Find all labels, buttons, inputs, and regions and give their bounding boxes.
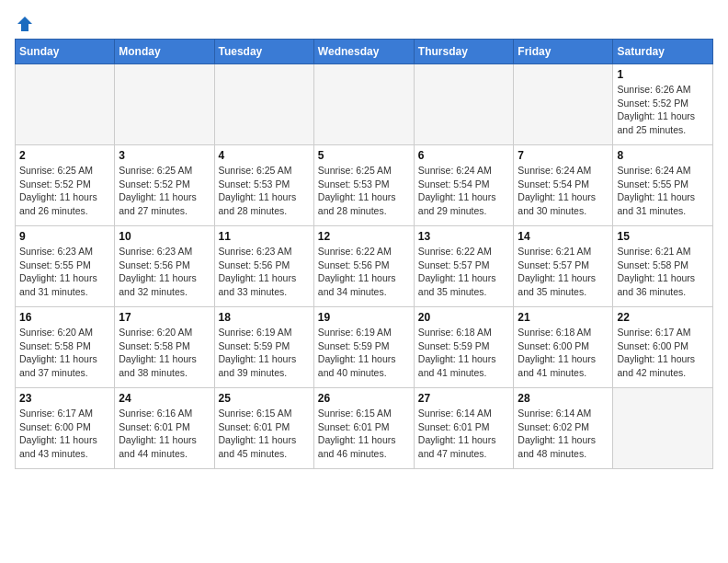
day-number: 3 <box>119 149 210 162</box>
day-number: 26 <box>318 392 410 405</box>
day-number: 6 <box>418 149 510 162</box>
calendar-week-row: 23Sunrise: 6:17 AM Sunset: 6:00 PM Dayli… <box>16 388 713 469</box>
day-number: 8 <box>617 149 709 162</box>
day-info: Sunrise: 6:25 AM Sunset: 5:53 PM Dayligh… <box>219 164 310 218</box>
day-number: 4 <box>219 149 310 162</box>
logo-icon <box>16 15 34 33</box>
day-info: Sunrise: 6:19 AM Sunset: 5:59 PM Dayligh… <box>318 326 410 380</box>
day-number: 18 <box>219 311 310 324</box>
day-info: Sunrise: 6:24 AM Sunset: 5:54 PM Dayligh… <box>418 164 510 218</box>
calendar-cell <box>313 64 414 145</box>
calendar-cell: 6Sunrise: 6:24 AM Sunset: 5:54 PM Daylig… <box>414 145 514 226</box>
day-of-week-header: Wednesday <box>313 40 414 64</box>
calendar-cell: 7Sunrise: 6:24 AM Sunset: 5:54 PM Daylig… <box>514 145 613 226</box>
calendar-cell: 19Sunrise: 6:19 AM Sunset: 5:59 PM Dayli… <box>313 307 414 388</box>
day-number: 5 <box>318 149 410 162</box>
day-of-week-header: Friday <box>514 40 613 64</box>
calendar-cell <box>414 64 514 145</box>
calendar-cell: 27Sunrise: 6:14 AM Sunset: 6:01 PM Dayli… <box>414 388 514 469</box>
day-info: Sunrise: 6:22 AM Sunset: 5:56 PM Dayligh… <box>318 245 410 299</box>
calendar-week-row: 9Sunrise: 6:23 AM Sunset: 5:55 PM Daylig… <box>16 226 713 307</box>
day-number: 16 <box>19 311 110 324</box>
day-number: 22 <box>617 311 709 324</box>
day-number: 1 <box>617 68 709 81</box>
day-info: Sunrise: 6:18 AM Sunset: 5:59 PM Dayligh… <box>418 326 510 380</box>
day-number: 13 <box>418 230 510 243</box>
calendar-cell: 28Sunrise: 6:14 AM Sunset: 6:02 PM Dayli… <box>514 388 613 469</box>
day-info: Sunrise: 6:16 AM Sunset: 6:01 PM Dayligh… <box>119 407 210 461</box>
day-number: 11 <box>219 230 310 243</box>
day-info: Sunrise: 6:25 AM Sunset: 5:52 PM Dayligh… <box>19 164 110 218</box>
calendar-cell: 3Sunrise: 6:25 AM Sunset: 5:52 PM Daylig… <box>115 145 214 226</box>
day-number: 2 <box>19 149 110 162</box>
day-info: Sunrise: 6:23 AM Sunset: 5:56 PM Dayligh… <box>219 245 310 299</box>
calendar-cell: 17Sunrise: 6:20 AM Sunset: 5:58 PM Dayli… <box>115 307 214 388</box>
day-info: Sunrise: 6:26 AM Sunset: 5:52 PM Dayligh… <box>617 83 709 137</box>
calendar-cell: 1Sunrise: 6:26 AM Sunset: 5:52 PM Daylig… <box>613 64 713 145</box>
day-info: Sunrise: 6:20 AM Sunset: 5:58 PM Dayligh… <box>119 326 210 380</box>
day-info: Sunrise: 6:22 AM Sunset: 5:57 PM Dayligh… <box>418 245 510 299</box>
calendar-table: SundayMondayTuesdayWednesdayThursdayFrid… <box>15 39 713 469</box>
day-number: 17 <box>119 311 210 324</box>
day-number: 27 <box>418 392 510 405</box>
calendar-week-row: 16Sunrise: 6:20 AM Sunset: 5:58 PM Dayli… <box>16 307 713 388</box>
calendar-cell: 13Sunrise: 6:22 AM Sunset: 5:57 PM Dayli… <box>414 226 514 307</box>
logo <box>15 15 35 31</box>
day-info: Sunrise: 6:23 AM Sunset: 5:56 PM Dayligh… <box>119 245 210 299</box>
day-number: 25 <box>219 392 310 405</box>
day-info: Sunrise: 6:23 AM Sunset: 5:55 PM Dayligh… <box>19 245 110 299</box>
svg-marker-0 <box>17 17 32 31</box>
calendar-cell: 22Sunrise: 6:17 AM Sunset: 6:00 PM Dayli… <box>613 307 713 388</box>
day-info: Sunrise: 6:25 AM Sunset: 5:52 PM Dayligh… <box>119 164 210 218</box>
calendar-cell: 15Sunrise: 6:21 AM Sunset: 5:58 PM Dayli… <box>613 226 713 307</box>
day-number: 20 <box>418 311 510 324</box>
day-number: 10 <box>119 230 210 243</box>
day-info: Sunrise: 6:15 AM Sunset: 6:01 PM Dayligh… <box>219 407 310 461</box>
calendar-cell: 11Sunrise: 6:23 AM Sunset: 5:56 PM Dayli… <box>214 226 313 307</box>
day-info: Sunrise: 6:20 AM Sunset: 5:58 PM Dayligh… <box>19 326 110 380</box>
calendar-cell: 4Sunrise: 6:25 AM Sunset: 5:53 PM Daylig… <box>214 145 313 226</box>
day-number: 14 <box>518 230 609 243</box>
calendar-cell: 12Sunrise: 6:22 AM Sunset: 5:56 PM Dayli… <box>313 226 414 307</box>
day-info: Sunrise: 6:17 AM Sunset: 6:00 PM Dayligh… <box>617 326 709 380</box>
day-of-week-header: Sunday <box>16 40 115 64</box>
calendar-cell: 18Sunrise: 6:19 AM Sunset: 5:59 PM Dayli… <box>214 307 313 388</box>
day-of-week-header: Monday <box>115 40 214 64</box>
calendar-cell: 16Sunrise: 6:20 AM Sunset: 5:58 PM Dayli… <box>16 307 115 388</box>
day-info: Sunrise: 6:21 AM Sunset: 5:57 PM Dayligh… <box>518 245 609 299</box>
day-info: Sunrise: 6:14 AM Sunset: 6:01 PM Dayligh… <box>418 407 510 461</box>
day-number: 15 <box>617 230 709 243</box>
calendar-cell: 14Sunrise: 6:21 AM Sunset: 5:57 PM Dayli… <box>514 226 613 307</box>
calendar-cell: 24Sunrise: 6:16 AM Sunset: 6:01 PM Dayli… <box>115 388 214 469</box>
day-of-week-header: Saturday <box>613 40 713 64</box>
day-number: 21 <box>518 311 609 324</box>
calendar-cell <box>514 64 613 145</box>
calendar-cell: 20Sunrise: 6:18 AM Sunset: 5:59 PM Dayli… <box>414 307 514 388</box>
calendar-header-row: SundayMondayTuesdayWednesdayThursdayFrid… <box>16 40 713 64</box>
day-number: 24 <box>119 392 210 405</box>
day-info: Sunrise: 6:24 AM Sunset: 5:55 PM Dayligh… <box>617 164 709 218</box>
calendar-cell: 9Sunrise: 6:23 AM Sunset: 5:55 PM Daylig… <box>16 226 115 307</box>
calendar-week-row: 2Sunrise: 6:25 AM Sunset: 5:52 PM Daylig… <box>16 145 713 226</box>
day-info: Sunrise: 6:18 AM Sunset: 6:00 PM Dayligh… <box>518 326 609 380</box>
day-info: Sunrise: 6:21 AM Sunset: 5:58 PM Dayligh… <box>617 245 709 299</box>
calendar-cell <box>214 64 313 145</box>
calendar-cell <box>613 388 713 469</box>
day-info: Sunrise: 6:25 AM Sunset: 5:53 PM Dayligh… <box>318 164 410 218</box>
calendar-cell: 10Sunrise: 6:23 AM Sunset: 5:56 PM Dayli… <box>115 226 214 307</box>
day-of-week-header: Thursday <box>414 40 514 64</box>
day-info: Sunrise: 6:19 AM Sunset: 5:59 PM Dayligh… <box>219 326 310 380</box>
calendar-cell: 5Sunrise: 6:25 AM Sunset: 5:53 PM Daylig… <box>313 145 414 226</box>
day-info: Sunrise: 6:24 AM Sunset: 5:54 PM Dayligh… <box>518 164 609 218</box>
day-number: 7 <box>518 149 609 162</box>
calendar-cell <box>115 64 214 145</box>
calendar-cell: 2Sunrise: 6:25 AM Sunset: 5:52 PM Daylig… <box>16 145 115 226</box>
day-info: Sunrise: 6:15 AM Sunset: 6:01 PM Dayligh… <box>318 407 410 461</box>
calendar-cell <box>16 64 115 145</box>
day-of-week-header: Tuesday <box>214 40 313 64</box>
day-number: 28 <box>518 392 609 405</box>
day-number: 23 <box>19 392 110 405</box>
calendar-cell: 26Sunrise: 6:15 AM Sunset: 6:01 PM Dayli… <box>313 388 414 469</box>
calendar-cell: 25Sunrise: 6:15 AM Sunset: 6:01 PM Dayli… <box>214 388 313 469</box>
day-info: Sunrise: 6:17 AM Sunset: 6:00 PM Dayligh… <box>19 407 110 461</box>
